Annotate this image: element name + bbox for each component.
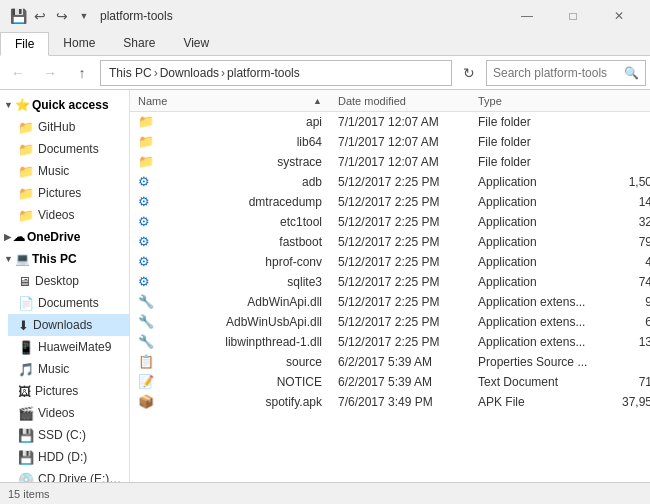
sidebar-item-videos[interactable]: 🎬 Videos — [8, 402, 129, 424]
sidebar-item-cd1[interactable]: 💿 CD Drive (E:) My — [8, 468, 129, 482]
quick-access-items: 📁 GitHub 📁 Documents 📁 Music 📁 Pictures … — [0, 116, 129, 226]
file-date: 5/12/2017 2:25 PM — [330, 295, 470, 309]
forward-button[interactable]: → — [36, 60, 64, 86]
up-button[interactable]: ↑ — [68, 60, 96, 86]
file-type: APK File — [470, 395, 610, 409]
file-name: api — [306, 115, 322, 129]
file-type-icon: 📁 — [138, 114, 154, 129]
file-type-icon: 📁 — [138, 154, 154, 169]
table-row[interactable]: 🔧 AdbWinApi.dll 5/12/2017 2:25 PM Applic… — [130, 292, 650, 312]
sidebar-item-desktop[interactable]: 🖥 Desktop — [8, 270, 129, 292]
sidebar-item-pictures-qa[interactable]: 📁 Pictures — [8, 182, 129, 204]
undo-icon[interactable]: ↩ — [30, 6, 50, 26]
search-input[interactable] — [493, 66, 624, 80]
path-this-pc[interactable]: This PC — [109, 66, 152, 80]
file-rows: 📁 api 7/1/2017 12:07 AM File folder 📁 li… — [130, 112, 650, 412]
file-type-icon: 📝 — [138, 374, 154, 389]
file-size: 37,950 KB — [610, 395, 650, 409]
file-type-icon: 🔧 — [138, 314, 154, 329]
tab-home[interactable]: Home — [49, 32, 109, 55]
file-type: File folder — [470, 135, 610, 149]
maximize-button[interactable]: □ — [550, 0, 596, 32]
file-size: 1,507 KB — [610, 175, 650, 189]
sidebar-group-quick-access[interactable]: ▼ ⭐ Quick access — [0, 94, 129, 116]
file-name: fastboot — [279, 235, 322, 249]
table-row[interactable]: 📦 spotify.apk 7/6/2017 3:49 PM APK File … — [130, 392, 650, 412]
table-row[interactable]: 📁 api 7/1/2017 12:07 AM File folder — [130, 112, 650, 132]
file-type-icon: ⚙ — [138, 274, 150, 289]
drive-icon: 💾 — [18, 450, 34, 465]
sidebar-group-label: This PC — [32, 252, 77, 266]
redo-icon[interactable]: ↪ — [52, 6, 72, 26]
file-date: 7/1/2017 12:07 AM — [330, 115, 470, 129]
file-type-icon: ⚙ — [138, 174, 150, 189]
table-row[interactable]: 📋 source 6/2/2017 5:39 AM Properties Sou… — [130, 352, 650, 372]
table-row[interactable]: ⚙ sqlite3 5/12/2017 2:25 PM Application … — [130, 272, 650, 292]
sidebar-item-label: Pictures — [38, 186, 81, 200]
sidebar-item-documents[interactable]: 📄 Documents — [8, 292, 129, 314]
file-date: 5/12/2017 2:25 PM — [330, 215, 470, 229]
status-bar: 15 items — [0, 482, 650, 504]
sidebar-group-onedrive[interactable]: ▶ ☁ OneDrive — [0, 226, 129, 248]
table-row[interactable]: 🔧 AdbWinUsbApi.dll 5/12/2017 2:25 PM App… — [130, 312, 650, 332]
save-icon[interactable]: 💾 — [8, 6, 28, 26]
sidebar-item-music-qa[interactable]: 📁 Music — [8, 160, 129, 182]
sidebar-item-downloads[interactable]: ⬇ Downloads — [8, 314, 129, 336]
tab-file[interactable]: File — [0, 32, 49, 56]
col-header-name[interactable]: Name ▲ — [130, 95, 330, 107]
file-date: 5/12/2017 2:25 PM — [330, 335, 470, 349]
file-date: 7/6/2017 3:49 PM — [330, 395, 470, 409]
sort-arrow-icon: ▲ — [313, 96, 322, 106]
file-type: File folder — [470, 115, 610, 129]
sidebar-item-documents-qa[interactable]: 📁 Documents — [8, 138, 129, 160]
search-box[interactable]: 🔍 — [486, 60, 646, 86]
window-title: platform-tools — [100, 9, 173, 23]
table-row[interactable]: ⚙ etc1tool 5/12/2017 2:25 PM Application… — [130, 212, 650, 232]
table-row[interactable]: ⚙ fastboot 5/12/2017 2:25 PM Application… — [130, 232, 650, 252]
file-type: Application extens... — [470, 295, 610, 309]
table-row[interactable]: 🔧 libwinpthread-1.dll 5/12/2017 2:25 PM … — [130, 332, 650, 352]
path-downloads[interactable]: Downloads — [160, 66, 219, 80]
sidebar-item-label: Documents — [38, 142, 99, 156]
downloads-icon: ⬇ — [18, 318, 29, 333]
address-path[interactable]: This PC › Downloads › platform-tools — [100, 60, 452, 86]
sidebar-item-ssd[interactable]: 💾 SSD (C:) — [8, 424, 129, 446]
col-header-type[interactable]: Type — [470, 95, 610, 107]
table-row[interactable]: 📁 systrace 7/1/2017 12:07 AM File folder — [130, 152, 650, 172]
sidebar-item-github[interactable]: 📁 GitHub — [8, 116, 129, 138]
dropdown-icon[interactable]: ▼ — [74, 6, 94, 26]
sidebar-group-thispc[interactable]: ▼ 💻 This PC — [0, 248, 129, 270]
file-type-icon: 🔧 — [138, 294, 154, 309]
sidebar-item-huawei[interactable]: 📱 HuaweiMate9 — [8, 336, 129, 358]
table-row[interactable]: 📝 NOTICE 6/2/2017 5:39 AM Text Document … — [130, 372, 650, 392]
tab-view[interactable]: View — [169, 32, 223, 55]
tab-share[interactable]: Share — [109, 32, 169, 55]
table-row[interactable]: 📁 lib64 7/1/2017 12:07 AM File folder — [130, 132, 650, 152]
file-size: 321 KB — [610, 215, 650, 229]
cloud-icon: ☁ — [13, 230, 25, 244]
sidebar-item-pictures[interactable]: 🖼 Pictures — [8, 380, 129, 402]
col-header-date[interactable]: Date modified — [330, 95, 470, 107]
file-name: spotify.apk — [266, 395, 322, 409]
item-count: 15 items — [8, 488, 50, 500]
minimize-button[interactable]: — — [504, 0, 550, 32]
refresh-button[interactable]: ↻ — [456, 60, 482, 86]
file-type-icon: ⚙ — [138, 214, 150, 229]
file-size: 62 KB — [610, 315, 650, 329]
table-row[interactable]: ⚙ adb 5/12/2017 2:25 PM Application 1,50… — [130, 172, 650, 192]
table-row[interactable]: ⚙ dmtracedump 5/12/2017 2:25 PM Applicat… — [130, 192, 650, 212]
col-header-size[interactable]: Size — [610, 95, 650, 107]
sidebar-item-music[interactable]: 🎵 Music — [8, 358, 129, 380]
quick-access-icons: 💾 ↩ ↪ ▼ — [8, 6, 94, 26]
table-row[interactable]: ⚙ hprof-conv 5/12/2017 2:25 PM Applicati… — [130, 252, 650, 272]
path-platform-tools[interactable]: platform-tools — [227, 66, 300, 80]
file-size: 41 KB — [610, 255, 650, 269]
back-button[interactable]: ← — [4, 60, 32, 86]
close-button[interactable]: ✕ — [596, 0, 642, 32]
sidebar-item-label: Documents — [38, 296, 99, 310]
sidebar-item-videos-qa[interactable]: 📁 Videos — [8, 204, 129, 226]
music-icon: 🎵 — [18, 362, 34, 377]
sidebar-item-label: Videos — [38, 208, 74, 222]
sidebar-item-hdd1[interactable]: 💾 HDD (D:) — [8, 446, 129, 468]
file-name: AdbWinUsbApi.dll — [226, 315, 322, 329]
